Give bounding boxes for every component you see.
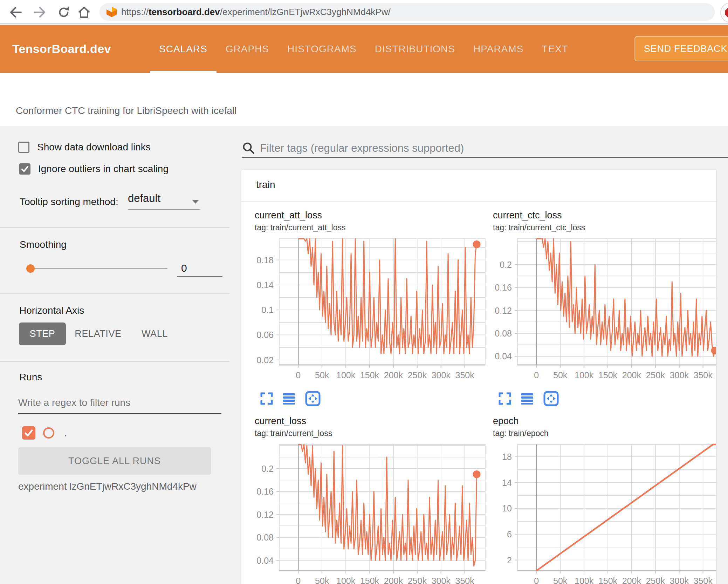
scalar-chart[interactable]: 0.040.080.120.160.2050k100k150k200k250k3… <box>244 442 489 584</box>
svg-text:100k: 100k <box>336 370 356 380</box>
svg-text:0: 0 <box>534 576 539 584</box>
tooltip-sorting-value: default <box>128 192 200 205</box>
axis-wall-button[interactable]: WALL <box>138 322 171 345</box>
chart-tag: tag: train/epoch <box>493 428 716 438</box>
svg-text:100k: 100k <box>575 576 594 584</box>
svg-text:0: 0 <box>534 370 539 380</box>
chart-cell: current_att_loss tag: train/current_att_… <box>244 209 489 406</box>
scalar-chart[interactable]: 26101418050k100k150k200k250k300k350k <box>482 442 716 584</box>
svg-text:250k: 250k <box>646 576 665 584</box>
svg-text:300k: 300k <box>432 370 451 380</box>
home-icon[interactable] <box>76 5 92 20</box>
horizontal-lines-icon[interactable] <box>283 392 295 405</box>
chart-toolbar <box>260 391 489 406</box>
svg-text:18: 18 <box>502 452 512 462</box>
url-bar[interactable]: https://tensorboard.dev/experiment/lzGnE… <box>99 3 715 21</box>
svg-text:200k: 200k <box>622 576 641 584</box>
svg-text:14: 14 <box>502 478 512 488</box>
svg-text:150k: 150k <box>598 576 618 584</box>
smoothing-slider-thumb[interactable] <box>26 264 35 273</box>
train-section-header[interactable]: train <box>241 170 716 202</box>
svg-text:0.04: 0.04 <box>495 351 512 361</box>
profile-avatar[interactable] <box>720 2 728 23</box>
back-icon[interactable] <box>8 5 23 20</box>
svg-text:200k: 200k <box>384 370 403 380</box>
forward-icon[interactable] <box>32 5 48 20</box>
fullscreen-icon[interactable] <box>499 392 511 405</box>
svg-text:250k: 250k <box>646 370 665 380</box>
svg-text:50k: 50k <box>315 576 329 584</box>
svg-text:0.18: 0.18 <box>256 255 274 265</box>
tooltip-sorting-label: Tooltip sorting method: <box>20 196 118 208</box>
tab-text[interactable]: TEXT <box>533 25 577 73</box>
axis-step-button[interactable]: STEP <box>19 322 66 345</box>
scalar-chart[interactable]: 0.020.060.10.140.18050k100k150k200k250k3… <box>244 237 489 380</box>
svg-text:350k: 350k <box>693 576 713 584</box>
svg-text:0.1: 0.1 <box>261 305 274 315</box>
chart-tag: tag: train/current_ctc_loss <box>493 223 716 232</box>
svg-text:0.12: 0.12 <box>256 510 274 520</box>
check-icon <box>20 164 29 174</box>
svg-text:0.2: 0.2 <box>500 260 512 270</box>
smoothing-slider-track[interactable] <box>30 268 167 269</box>
tab-graphs[interactable]: GRAPHS <box>217 25 278 73</box>
svg-text:50k: 50k <box>553 370 568 380</box>
reload-icon[interactable] <box>56 5 71 20</box>
svg-text:0.04: 0.04 <box>256 556 274 565</box>
run-color-circle[interactable] <box>43 427 54 439</box>
svg-text:2: 2 <box>507 555 512 565</box>
send-feedback-button[interactable]: SEND FEEDBACK <box>634 36 728 61</box>
app-header: TensorBoard.dev SCALARS GRAPHS HISTOGRAM… <box>0 25 728 73</box>
show-download-links-checkbox[interactable] <box>18 142 29 153</box>
filter-tags-placeholder: Filter tags (regular expressions support… <box>260 142 464 155</box>
filter-tags-input[interactable]: Filter tags (regular expressions support… <box>242 140 728 158</box>
fit-data-icon[interactable] <box>305 391 321 406</box>
experiment-id-note: experiment lzGnETjwRxC3yghNMd4kPw <box>18 481 197 492</box>
main-content: Filter tags (regular expressions support… <box>229 126 728 584</box>
run-checkbox[interactable] <box>22 426 35 440</box>
tab-hparams[interactable]: HPARAMS <box>464 25 533 73</box>
svg-text:0: 0 <box>296 370 301 380</box>
svg-text:0.2: 0.2 <box>261 464 274 474</box>
svg-text:150k: 150k <box>360 370 379 380</box>
chart-tag: tag: train/current_loss <box>255 428 489 438</box>
runs-filter-placeholder: Write a regex to filter runs <box>18 397 130 408</box>
search-icon <box>242 142 255 155</box>
runs-filter-input[interactable]: Write a regex to filter runs <box>18 393 221 414</box>
svg-text:10: 10 <box>502 503 512 513</box>
axis-relative-button[interactable]: RELATIVE <box>74 322 123 345</box>
divider <box>0 293 229 294</box>
fit-data-icon[interactable] <box>543 391 559 406</box>
tooltip-sorting-select[interactable]: default <box>128 192 200 210</box>
divider <box>0 361 229 362</box>
experiment-title-bar: Conformer CTC training for LibriSpeech w… <box>0 73 728 126</box>
svg-text:300k: 300k <box>670 576 689 584</box>
ignore-outliers-checkbox[interactable] <box>19 163 30 175</box>
toggle-all-runs-button[interactable]: TOGGLE ALL RUNS <box>18 447 211 475</box>
tab-distributions[interactable]: DISTRIBUTIONS <box>366 25 464 73</box>
svg-text:250k: 250k <box>408 576 427 584</box>
horizontal-axis-label: Horizontal Axis <box>19 305 84 316</box>
tab-scalars[interactable]: SCALARS <box>150 25 217 73</box>
svg-text:0.08: 0.08 <box>495 328 512 338</box>
url-text: https://tensorboard.dev/experiment/lzGnE… <box>121 7 391 18</box>
chart-title: epoch <box>493 415 716 427</box>
svg-text:0.02: 0.02 <box>256 355 274 365</box>
smoothing-value-input[interactable]: 0 <box>177 262 222 277</box>
train-card: train current_att_loss tag: train/curren… <box>241 170 716 584</box>
nav-tabs: SCALARS GRAPHS HISTOGRAMS DISTRIBUTIONS … <box>150 25 577 73</box>
chart-cell: current_ctc_loss tag: train/current_ctc_… <box>482 209 716 406</box>
browser-chrome: https://tensorboard.dev/experiment/lzGnE… <box>0 0 728 24</box>
svg-text:0.08: 0.08 <box>256 532 274 542</box>
chevron-down-icon <box>192 200 199 204</box>
tensorboard-page: https://tensorboard.dev/experiment/lzGnE… <box>0 0 728 584</box>
avatar-image <box>725 7 728 18</box>
chart-tag: tag: train/current_att_loss <box>255 223 489 232</box>
tab-histograms[interactable]: HISTOGRAMS <box>278 25 366 73</box>
scalar-chart[interactable]: 0.040.080.120.160.2050k100k150k200k250k3… <box>482 237 716 380</box>
check-icon <box>23 428 34 438</box>
horizontal-lines-icon[interactable] <box>521 392 534 405</box>
fullscreen-icon[interactable] <box>260 392 273 405</box>
svg-text:50k: 50k <box>315 370 329 380</box>
run-name: . <box>64 427 67 439</box>
